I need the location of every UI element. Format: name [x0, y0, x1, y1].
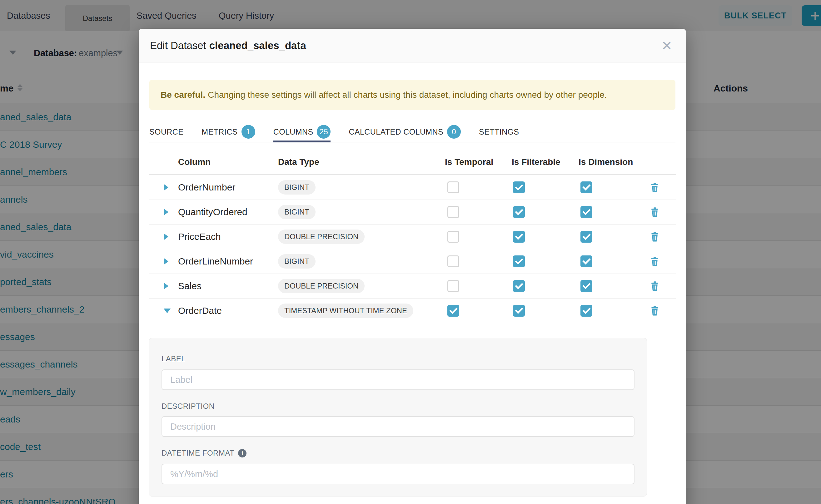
checked-checkbox[interactable] — [581, 181, 592, 193]
unchecked-checkbox[interactable] — [448, 280, 459, 292]
warning-text: Changing these settings will affect all … — [208, 90, 607, 100]
delete-column-icon[interactable] — [649, 182, 660, 193]
checked-checkbox[interactable] — [581, 206, 592, 218]
checked-checkbox[interactable] — [513, 305, 525, 317]
delete-column-icon[interactable] — [649, 206, 660, 218]
modal-title: Edit Dataset cleaned_sales_data — [150, 29, 306, 62]
is-dimension-header: Is Dimension — [579, 150, 633, 174]
checked-checkbox[interactable] — [513, 206, 525, 218]
column-detail-panel: LABEL DESCRIPTION DATETIME FORMAT i — [149, 338, 647, 497]
checked-checkbox[interactable] — [513, 255, 525, 267]
checked-checkbox[interactable] — [581, 231, 592, 243]
tab-count-badge: 0 — [447, 125, 461, 139]
tab-source[interactable]: SOURCE — [149, 122, 183, 142]
tab-label: METRICS — [201, 127, 237, 136]
column-header: Column — [178, 150, 210, 174]
delete-column-icon[interactable] — [649, 305, 660, 316]
unchecked-checkbox[interactable] — [448, 255, 459, 267]
info-icon[interactable]: i — [238, 449, 246, 457]
delete-column-icon[interactable] — [649, 231, 660, 242]
data-type-pill: DOUBLE PRECISION — [278, 279, 364, 293]
label-field-label: LABEL — [161, 354, 185, 363]
tab-label: SETTINGS — [479, 127, 519, 136]
modal-title-dataset-name: cleaned_sales_data — [209, 40, 306, 52]
column-name: QuantityOrdered — [178, 200, 247, 224]
columns-table: Column Data Type Is Temporal Is Filterab… — [149, 150, 676, 323]
unchecked-checkbox[interactable] — [448, 206, 459, 218]
column-row-sales: SalesDOUBLE PRECISION — [149, 274, 676, 299]
tab-label: CALCULATED COLUMNS — [349, 127, 443, 136]
data-type-pill: BIGINT — [278, 254, 315, 269]
tab-count-badge: 25 — [317, 125, 330, 139]
expand-caret-icon[interactable] — [164, 184, 168, 191]
description-field-label: DESCRIPTION — [161, 402, 215, 411]
checked-checkbox[interactable] — [581, 305, 592, 317]
column-name: OrderNumber — [178, 175, 235, 200]
datetime-format-input[interactable] — [161, 464, 635, 484]
warning-banner: Be careful.Changing these settings will … — [149, 80, 675, 110]
label-input[interactable] — [161, 369, 635, 390]
column-row-orderlinenumber: OrderLineNumberBIGINT — [149, 249, 676, 274]
modal-tab-bar: SOURCEMETRICS1COLUMNS25CALCULATED COLUMN… — [149, 122, 675, 142]
checked-checkbox[interactable] — [513, 280, 525, 292]
tab-label: COLUMNS — [273, 127, 313, 136]
column-name: OrderLineNumber — [178, 249, 253, 274]
checked-checkbox[interactable] — [581, 280, 592, 292]
data-type-pill: TIMESTAMP WITHOUT TIME ZONE — [278, 304, 413, 318]
delete-column-icon[interactable] — [649, 256, 660, 267]
description-input[interactable] — [161, 416, 635, 437]
checked-checkbox[interactable] — [448, 305, 459, 317]
column-row-orderdate: OrderDateTIMESTAMP WITHOUT TIME ZONE — [149, 299, 676, 323]
tab-metrics[interactable]: METRICS1 — [201, 122, 255, 142]
checked-checkbox[interactable] — [513, 231, 525, 243]
unchecked-checkbox[interactable] — [448, 181, 459, 193]
data-type-pill: BIGINT — [278, 205, 315, 219]
data-type-pill: DOUBLE PRECISION — [278, 230, 364, 244]
data-type-pill: BIGINT — [278, 180, 315, 195]
modal-header: Edit Dataset cleaned_sales_data ✕ — [139, 29, 686, 62]
column-name: Sales — [178, 274, 201, 298]
edit-dataset-modal: Edit Dataset cleaned_sales_data ✕ Be car… — [139, 29, 686, 504]
delete-column-icon[interactable] — [649, 280, 660, 292]
checked-checkbox[interactable] — [581, 255, 592, 267]
tab-label: SOURCE — [149, 127, 183, 136]
is-temporal-header: Is Temporal — [445, 150, 493, 174]
datetime-format-field-label: DATETIME FORMAT i — [161, 449, 246, 457]
checked-checkbox[interactable] — [513, 181, 525, 193]
collapse-caret-icon[interactable] — [164, 309, 171, 313]
is-filterable-header: Is Filterable — [512, 150, 561, 174]
warning-bold-text: Be careful. — [161, 90, 205, 100]
expand-caret-icon[interactable] — [164, 209, 168, 215]
data-type-header: Data Type — [278, 150, 319, 174]
modal-title-prefix: Edit Dataset — [150, 40, 206, 52]
expand-caret-icon[interactable] — [164, 258, 168, 265]
tab-count-badge: 1 — [241, 125, 255, 139]
expand-caret-icon[interactable] — [164, 233, 168, 240]
column-name: OrderDate — [178, 299, 222, 323]
tab-columns[interactable]: COLUMNS25 — [273, 122, 331, 142]
columns-table-header: Column Data Type Is Temporal Is Filterab… — [149, 150, 676, 175]
tab-settings[interactable]: SETTINGS — [479, 122, 519, 142]
tab-calculated-columns[interactable]: CALCULATED COLUMNS0 — [349, 122, 461, 142]
column-row-ordernumber: OrderNumberBIGINT — [149, 175, 676, 200]
unchecked-checkbox[interactable] — [448, 231, 459, 243]
column-row-priceeach: PriceEachDOUBLE PRECISION — [149, 225, 676, 249]
column-name: PriceEach — [178, 225, 221, 249]
close-icon[interactable]: ✕ — [657, 29, 676, 62]
expand-caret-icon[interactable] — [164, 283, 168, 289]
column-row-quantityordered: QuantityOrderedBIGINT — [149, 200, 676, 225]
